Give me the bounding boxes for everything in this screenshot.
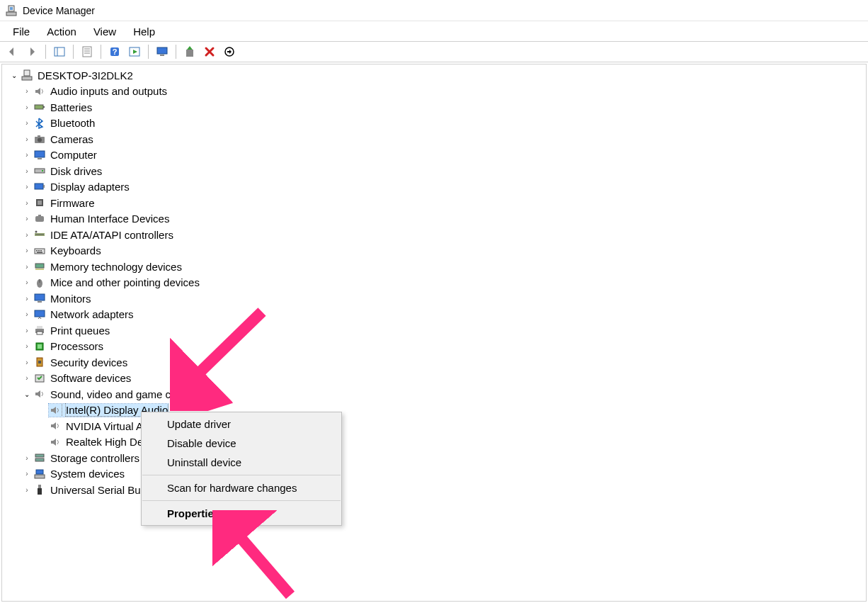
toolbar-back-button[interactable] — [3, 43, 21, 60]
expander-icon[interactable]: ⌄ — [9, 70, 19, 80]
tree-category-row[interactable]: ›Monitors — [15, 291, 866, 307]
svg-rect-15 — [186, 50, 193, 57]
mouse-icon — [33, 276, 46, 289]
update-driver-icon — [184, 46, 195, 57]
context-menu-properties[interactable]: Properties — [142, 504, 341, 523]
svg-rect-21 — [35, 105, 43, 109]
context-menu-scan-hardware[interactable]: Scan for hardware changes — [142, 478, 341, 497]
expander-icon[interactable]: › — [22, 310, 32, 320]
ide-icon — [33, 228, 46, 241]
expander-icon[interactable]: › — [22, 342, 32, 351]
svg-rect-44 — [35, 264, 44, 268]
toolbar-scan-button[interactable] — [220, 43, 239, 60]
firmware-icon — [33, 196, 46, 209]
expander-icon[interactable]: › — [22, 198, 32, 208]
expander-icon[interactable]: › — [22, 246, 32, 256]
tree-category-row[interactable]: ›Keyboards — [15, 243, 866, 259]
tree-category-row[interactable]: ›Processors — [15, 339, 866, 355]
expander-icon[interactable]: › — [22, 293, 32, 303]
expander-placeholder — [38, 437, 47, 447]
menu-file[interactable]: File — [4, 23, 38, 40]
tree-category-row[interactable]: ›Software devices — [15, 371, 866, 387]
toolbar-properties-button[interactable] — [78, 43, 96, 60]
title-bar: Device Manager — [0, 0, 868, 21]
tree-category-row[interactable]: ›Computer — [15, 147, 866, 164]
svg-rect-64 — [38, 488, 42, 495]
tree-category-row[interactable]: ›Display adapters — [15, 179, 866, 196]
svg-marker-18 — [227, 50, 232, 54]
expander-icon[interactable]: › — [22, 214, 32, 224]
tree-category-row[interactable]: ›Bluetooth — [15, 115, 866, 132]
expander-icon[interactable]: › — [22, 150, 32, 160]
toolbar-help-button[interactable]: ? — [105, 43, 124, 60]
tree-category-row[interactable]: ›Memory technology devices — [15, 259, 866, 275]
processor-icon — [33, 340, 46, 353]
svg-rect-2 — [10, 7, 13, 10]
expander-icon[interactable]: › — [22, 86, 32, 96]
svg-rect-22 — [43, 106, 45, 108]
expander-icon[interactable]: › — [22, 278, 32, 288]
tree-category-row[interactable]: ›Audio inputs and outputs — [15, 84, 866, 100]
toolbar-forward-button[interactable] — [23, 43, 41, 60]
expander-icon[interactable]: › — [22, 102, 32, 112]
svg-rect-13 — [157, 47, 167, 54]
expander-icon[interactable]: › — [22, 166, 32, 176]
tree-category-label: Display adapters — [50, 181, 130, 193]
tree-category-row[interactable]: ›Mice and other pointing devices — [15, 275, 866, 291]
expander-icon[interactable]: › — [22, 261, 32, 271]
svg-text:?: ? — [113, 47, 118, 56]
tree-category-label: Bluetooth — [50, 117, 95, 129]
toolbar-update-driver-button[interactable] — [181, 43, 199, 60]
tree-category-row[interactable]: ›Human Interface Devices — [15, 211, 866, 227]
tree-category-label: Memory technology devices — [50, 261, 182, 273]
expander-icon[interactable]: › — [22, 485, 32, 495]
tree-category-label: Batteries — [50, 101, 92, 113]
context-menu-uninstall-device[interactable]: Uninstall device — [142, 453, 341, 472]
expander-icon[interactable]: › — [22, 357, 32, 367]
svg-rect-63 — [38, 485, 41, 488]
expander-icon[interactable]: › — [22, 118, 32, 128]
menu-bar: File Action View Help — [0, 21, 868, 41]
tree-category-row[interactable]: ›Print queues — [15, 322, 866, 339]
menu-view[interactable]: View — [85, 23, 125, 40]
tree-category-row[interactable]: ›Network adapters — [15, 307, 866, 323]
context-menu-separator — [142, 475, 341, 475]
tree-category-row[interactable]: ›Cameras — [15, 131, 866, 147]
context-menu-disable-device[interactable]: Disable device — [142, 434, 341, 453]
printer-icon — [33, 324, 46, 337]
svg-rect-19 — [22, 77, 32, 80]
expander-icon[interactable]: › — [22, 182, 32, 192]
toolbar-uninstall-button[interactable] — [200, 43, 219, 60]
system-icon — [33, 468, 46, 480]
menu-help[interactable]: Help — [125, 23, 164, 40]
tree-category-row-sound[interactable]: ⌄ Sound, video and game controllers — [15, 386, 866, 402]
expander-icon[interactable]: › — [22, 373, 32, 383]
expander-icon[interactable]: ⌄ — [22, 389, 32, 399]
tree-root-row[interactable]: ⌄ DESKTOP-3I2DLK2 — [2, 67, 866, 84]
tree-category-row[interactable]: ›Disk drives — [15, 163, 866, 179]
monitor-icon — [33, 149, 46, 162]
toolbar-action-button[interactable] — [125, 43, 144, 60]
toolbar-remote-button[interactable] — [153, 43, 171, 60]
menu-action[interactable]: Action — [38, 23, 85, 40]
toolbar-show-hide-button[interactable] — [50, 43, 69, 60]
expander-icon[interactable]: › — [22, 134, 32, 144]
battery-icon — [33, 101, 46, 113]
tree-category-row[interactable]: ›Security devices — [15, 354, 866, 371]
context-menu-update-driver[interactable]: Update driver — [142, 415, 341, 434]
tree-category-label: Human Interface Devices — [50, 213, 169, 225]
bluetooth-icon — [33, 117, 46, 130]
svg-rect-3 — [55, 47, 64, 56]
software-icon — [33, 372, 46, 385]
expander-icon[interactable]: › — [22, 469, 32, 479]
tree-root-label: DESKTOP-3I2DLK2 — [38, 69, 133, 81]
tree-category-row[interactable]: ›Batteries — [15, 99, 866, 115]
expander-icon[interactable]: › — [22, 453, 32, 463]
expander-icon[interactable]: › — [22, 230, 32, 239]
device-tree[interactable]: ⌄ DESKTOP-3I2DLK2 ›Audio inputs and outp… — [1, 64, 867, 602]
expander-icon[interactable]: › — [22, 325, 32, 335]
display-adapter-icon — [33, 181, 46, 193]
speaker-icon — [33, 388, 46, 400]
tree-category-row[interactable]: ›Firmware — [15, 195, 866, 211]
tree-category-row[interactable]: ›IDE ATA/ATAPI controllers — [15, 227, 866, 243]
